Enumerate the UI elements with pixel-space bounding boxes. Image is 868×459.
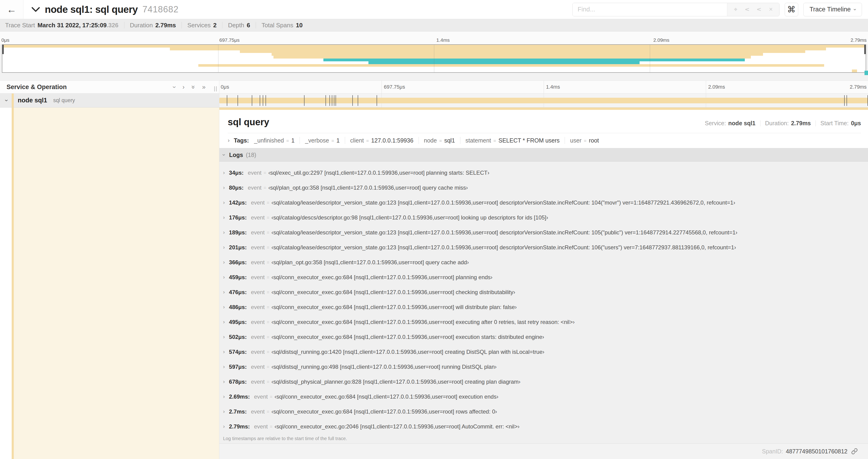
log-row[interactable]: ›502μs:event=‹sql/conn_executor_exec.go:… [223,330,868,345]
log-row[interactable]: ›2.69ms:event=‹sql/conn_executor_exec.go… [223,389,868,404]
chevron-right-icon[interactable]: › [223,200,225,206]
chevron-right-icon[interactable]: › [223,394,225,400]
timeline-ruler: 0μs697.75μs1.4ms2.09ms2.79ms [219,81,868,93]
log-timestamp: 176μs: [229,214,247,221]
ruler-tick-label: 0μs [1,37,9,43]
chevron-right-icon[interactable]: › [228,137,229,144]
keyboard-shortcuts-button[interactable]: ⌘ [785,3,798,16]
log-row[interactable]: ›34μs:event=‹sql/exec_util.go:2297 [nsql… [223,165,868,180]
divider [760,120,761,126]
log-row[interactable]: ›597μs:event=‹sql/distsql_running.go:498… [223,359,868,374]
minimap-canvas[interactable] [2,44,866,73]
expand-all-icon[interactable]: » [202,84,206,91]
ruler-tick-label: 2.09ms [708,84,725,90]
log-row[interactable]: ›176μs:event=‹sql/catalog/descs/descript… [223,210,868,225]
divider [345,137,345,144]
find-next-icon[interactable]: ∨ [756,7,762,12]
chevron-right-icon[interactable]: › [223,408,225,415]
log-row[interactable]: ›678μs:event=‹sql/distsql_physical_plann… [223,374,868,389]
log-row[interactable]: ›486μs:event=‹sql/conn_executor_exec.go:… [223,300,868,315]
log-row[interactable]: ›495μs:event=‹sql/conn_executor_exec.go:… [223,315,868,330]
log-field-value: ‹sql/plan_opt.go:358 [nsql1,client=127.0… [268,185,468,191]
chevron-right-icon[interactable]: › [223,319,225,325]
span-bar-cell[interactable] [219,94,868,107]
collapse-controls: › › » » [174,84,206,91]
find-input[interactable] [572,3,727,16]
equals-sign: = [267,409,269,414]
ruler-tick-label: 2.79ms [850,84,867,90]
divider [124,22,124,28]
equals-sign: = [494,138,496,144]
log-field-value: ‹sql/catalog/descs/descriptor.go:98 [nsq… [271,214,548,221]
trace-stat: Depth6 [228,22,250,29]
chevron-right-icon[interactable]: › [223,274,225,280]
log-row[interactable]: ›189μs:event=‹sql/catalog/lease/descript… [223,225,868,240]
log-timestamp: 486μs: [229,304,247,310]
deep-link-icon[interactable] [851,448,858,455]
find-clear-icon[interactable]: × [769,6,773,12]
equals-sign: = [267,290,269,295]
chevron-right-icon[interactable]: › [223,349,225,355]
chevron-right-icon[interactable]: › [223,304,225,310]
tags-accordion[interactable]: › Tags: _unfinished=1_verbose=1client=12… [228,133,861,148]
locate-icon[interactable]: ⌖ [734,6,737,12]
log-row[interactable]: ›142μs:event=‹sql/catalog/lease/descript… [223,195,868,210]
divider [300,137,300,144]
logs-body: ›34μs:event=‹sql/exec_util.go:2297 [nsql… [219,162,868,444]
span-name-cell[interactable]: › node sql1 sql query [0,94,219,107]
top-bar-actions: ⌖ ∧ ∨ × ⌘ Trace Timeline › [572,3,862,16]
back-button[interactable]: ← [0,0,23,19]
log-field-key: event [248,185,261,191]
minimap-gridline [434,45,434,72]
span-duration-bar[interactable] [219,98,868,103]
log-marker-tick [238,95,238,106]
collapse-all-icon[interactable]: » [190,85,197,89]
log-row[interactable]: ›201μs:event=‹sql/catalog/lease/descript… [223,240,868,255]
log-field-key: event [251,274,265,281]
chevron-right-icon[interactable]: › [223,364,225,370]
log-marker-tick [846,95,847,106]
tag-item: _unfinished=1 [254,137,294,144]
chevron-down-icon[interactable]: › [221,154,227,156]
log-timestamp: 459μs: [229,274,247,281]
log-row[interactable]: ›366μs:event=‹sql/plan_opt.go:358 [nsql1… [223,255,868,270]
chevron-right-icon[interactable]: › [223,259,225,265]
log-row[interactable]: ›2.79ms:event=‹sql/conn_executor_exec.go… [223,419,868,434]
stat-value: 2 [213,22,217,29]
chevron-right-icon[interactable]: › [223,215,225,221]
chevron-right-icon[interactable]: › [223,244,225,251]
chevron-right-icon[interactable]: › [223,170,225,176]
log-row[interactable]: ›459μs:event=‹sql/conn_executor_exec.go:… [223,270,868,285]
equals-sign: = [267,260,269,265]
find-prev-icon[interactable]: ∧ [744,7,750,12]
chevron-down-icon[interactable] [31,6,40,12]
span-row[interactable]: › node sql1 sql query [0,94,868,107]
chevron-right-icon[interactable]: › [223,185,225,191]
chevron-right-icon[interactable]: › [223,230,225,236]
chevron-right-icon[interactable]: › [223,379,225,385]
scrollbar-accent [865,71,868,75]
log-row[interactable]: ›476μs:event=‹sql/conn_executor_exec.go:… [223,285,868,300]
log-row[interactable]: ›574μs:event=‹sql/distsql_running.go:142… [223,345,868,359]
log-timestamp: 574μs: [229,349,247,355]
collapse-one-icon[interactable]: › [171,86,178,88]
column-resizer-grip[interactable] [214,86,217,91]
minimap-right-scrubber[interactable] [864,45,866,54]
chevron-right-icon[interactable]: › [223,424,225,430]
back-arrow-icon: ← [7,4,17,15]
equals-sign: = [267,379,269,384]
log-row[interactable]: ›2.7ms:event=‹sql/conn_executor_exec.go:… [223,404,868,419]
expand-one-icon[interactable]: › [183,84,185,91]
log-row[interactable]: ›80μs:event=‹sql/plan_opt.go:358 [nsql1,… [223,180,868,195]
log-field-value: ‹sql/conn_executor_exec.go:684 [nsql1,cl… [271,408,497,415]
trace-view-selector[interactable]: Trace Timeline › [803,3,862,16]
chevron-right-icon[interactable]: › [223,334,225,340]
logs-accordion-header[interactable]: › Logs (18) [219,148,868,162]
log-field-key: event [251,364,265,370]
tags-list: _unfinished=1_verbose=1client=127.0.0.1:… [254,137,599,144]
span-collapse-icon[interactable]: › [3,99,10,101]
ruler-tick-label: 2.79ms [850,37,867,43]
minimap-left-scrubber[interactable] [2,45,4,54]
log-marker-tick [326,95,326,106]
chevron-right-icon[interactable]: › [223,289,225,295]
